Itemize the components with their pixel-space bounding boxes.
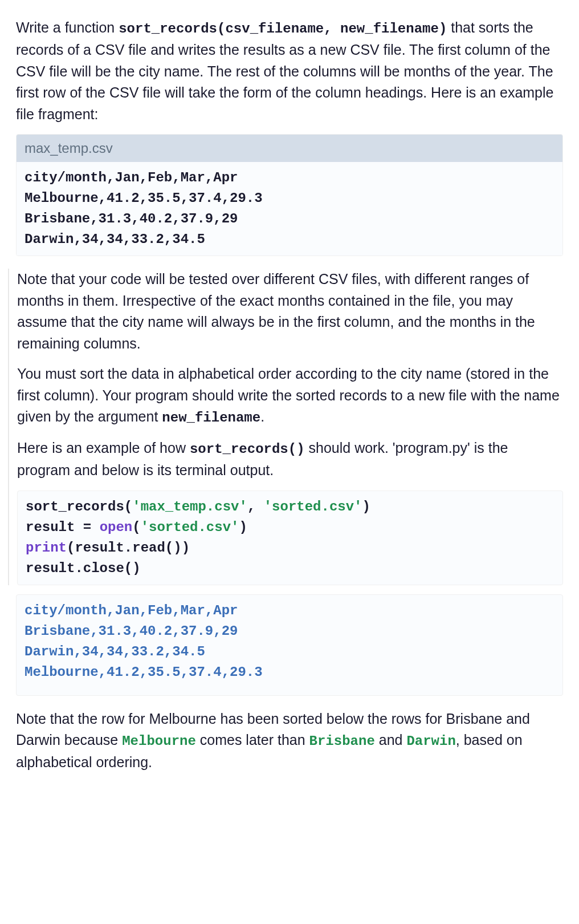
- example-csv-filename: max_temp.csv: [17, 135, 562, 162]
- sort-instruction-paragraph: You must sort the data in alphabetical o…: [17, 363, 563, 428]
- function-signature: sort_records(csv_filename, new_filename): [119, 21, 447, 37]
- code-line2-arg: 'sorted.csv': [141, 520, 239, 535]
- intro-text-pre: Write a function: [16, 19, 119, 35]
- code-line3-post: (result.read()): [67, 540, 190, 556]
- code-line1-arg2: 'sorted.csv': [264, 499, 362, 514]
- sort-text-post: .: [260, 408, 264, 424]
- code-line2-open: (: [132, 520, 140, 535]
- code-line3-fn: print: [26, 540, 67, 556]
- city-brisbane: Brisbane: [309, 733, 375, 749]
- code-line2-close: ): [239, 520, 247, 535]
- sort-text-pre: You must sort the data in alphabetical o…: [17, 366, 560, 424]
- example-intro-paragraph: Here is an example of how sort_records()…: [17, 437, 563, 481]
- note-paragraph: Note that your code will be tested over …: [17, 269, 563, 354]
- code-example-block: sort_records('max_temp.csv', 'sorted.csv…: [17, 491, 563, 585]
- example-intro-pre: Here is an example of how: [17, 440, 190, 456]
- intro-paragraph: Write a function sort_records(csv_filena…: [16, 17, 563, 125]
- code-line1-post: ): [362, 499, 370, 514]
- example-csv-content: city/month,Jan,Feb,Mar,Apr Melbourne,41.…: [17, 162, 562, 256]
- city-melbourne: Melbourne: [122, 733, 196, 749]
- conclusion-mid2: and: [375, 732, 407, 748]
- example-csv-file-block: max_temp.csv city/month,Jan,Feb,Mar,Apr …: [16, 134, 563, 256]
- code-line2-fn: open: [100, 520, 133, 535]
- terminal-output-block: city/month,Jan,Feb,Mar,Apr Brisbane,31.3…: [16, 594, 563, 696]
- sort-records-fn-name: sort_records(): [190, 441, 305, 457]
- code-line4: result.close(): [26, 561, 141, 576]
- code-line1-mid: ,: [247, 499, 264, 514]
- code-line1-arg1: 'max_temp.csv': [132, 499, 247, 514]
- code-line2-pre: result =: [26, 520, 100, 535]
- indented-explanation-section: Note that your code will be tested over …: [8, 269, 563, 585]
- new-filename-arg: new_filename: [162, 410, 260, 425]
- city-darwin: Darwin: [406, 733, 455, 749]
- code-line1-pre: sort_records(: [26, 499, 132, 514]
- conclusion-paragraph: Note that the row for Melbourne has been…: [16, 708, 563, 773]
- conclusion-mid1: comes later than: [196, 732, 309, 748]
